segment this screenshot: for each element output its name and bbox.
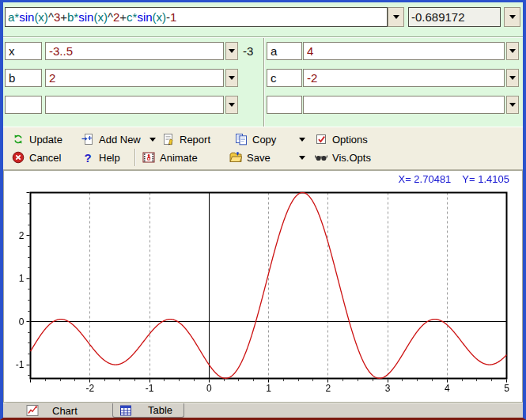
formula-input[interactable]: a*sin(x)^3+b*sin(x)^2+c*sin(x)-1 bbox=[5, 7, 388, 27]
toolbar: Update Add New Report bbox=[3, 127, 523, 170]
options-label: Options bbox=[332, 134, 368, 146]
chart-canvas[interactable] bbox=[4, 171, 522, 402]
report-label: Report bbox=[180, 134, 210, 146]
tab-table-label: Table bbox=[148, 404, 172, 416]
copy-label: Copy bbox=[252, 134, 276, 146]
formula-dropdown-button[interactable] bbox=[388, 7, 404, 27]
param-b-dropdown-button[interactable] bbox=[225, 69, 238, 87]
param-value-empty-left[interactable] bbox=[45, 96, 224, 114]
param-value-c[interactable] bbox=[303, 69, 505, 87]
cursor-readout: X= 2.70481Y= 1.4105 bbox=[398, 173, 509, 185]
column-divider bbox=[263, 38, 265, 127]
param-empty-left-dropdown-button[interactable] bbox=[225, 96, 238, 114]
chart-tab-icon bbox=[26, 404, 39, 417]
cancel-label: Cancel bbox=[29, 152, 61, 164]
param-value-x[interactable] bbox=[45, 42, 224, 60]
dropdown-arrow-icon bbox=[509, 49, 516, 53]
param-x-dropdown-button[interactable] bbox=[225, 42, 238, 60]
tab-table[interactable]: Table bbox=[112, 403, 184, 418]
param-name-c[interactable] bbox=[267, 69, 302, 87]
help-icon: ? bbox=[81, 151, 94, 165]
report-button[interactable]: Report bbox=[162, 131, 210, 147]
report-icon bbox=[162, 133, 175, 146]
dropdown-arrow-icon bbox=[509, 15, 516, 19]
animate-button[interactable]: Animate bbox=[142, 149, 198, 165]
options-icon bbox=[315, 133, 327, 146]
table-tab-icon bbox=[119, 404, 132, 417]
update-label: Update bbox=[29, 134, 62, 146]
animate-label: Animate bbox=[160, 152, 198, 164]
dropdown-arrow-icon bbox=[393, 15, 399, 19]
formula-parameter-panel: a*sin(x)^3+b*sin(x)^2+c*sin(x)-1 -0.6891… bbox=[3, 2, 523, 127]
dropdown-arrow-icon bbox=[149, 138, 156, 142]
param-value-a[interactable] bbox=[303, 42, 505, 60]
toolbar-separator bbox=[134, 149, 136, 166]
param-name-x[interactable] bbox=[5, 42, 42, 60]
dropdown-arrow-icon bbox=[229, 103, 235, 107]
add-new-dropdown-arrow[interactable] bbox=[148, 131, 157, 147]
vis-opts-icon bbox=[315, 151, 327, 164]
app-window: a*sin(x)^3+b*sin(x)^2+c*sin(x)-1 -0.6891… bbox=[0, 0, 526, 420]
save-label: Save bbox=[247, 152, 271, 164]
save-icon bbox=[229, 151, 242, 164]
update-icon bbox=[12, 133, 25, 146]
help-label: Help bbox=[99, 152, 120, 164]
result-dropdown-button[interactable] bbox=[504, 7, 520, 27]
vis-opts-label: Vis.Opts bbox=[332, 152, 371, 164]
copy-dropdown-arrow[interactable] bbox=[297, 131, 307, 147]
cancel-icon bbox=[12, 151, 25, 164]
dropdown-arrow-icon bbox=[299, 138, 305, 142]
cancel-button[interactable]: Cancel bbox=[12, 149, 61, 165]
add-new-icon bbox=[81, 133, 94, 146]
dropdown-arrow-icon bbox=[509, 103, 516, 107]
tab-chart-label: Chart bbox=[52, 405, 78, 417]
param-a-dropdown-button[interactable] bbox=[506, 42, 519, 60]
param-name-empty-left[interactable] bbox=[5, 96, 42, 114]
help-button[interactable]: ? Help bbox=[81, 149, 120, 165]
param-name-b[interactable] bbox=[5, 69, 42, 87]
param-c-dropdown-button[interactable] bbox=[506, 69, 519, 87]
options-button[interactable]: Options bbox=[315, 131, 368, 147]
cursor-y-readout: Y= 1.4105 bbox=[462, 173, 509, 185]
update-button[interactable]: Update bbox=[12, 131, 62, 147]
param-x-current-value: -3 bbox=[243, 42, 253, 60]
add-new-label: Add New bbox=[99, 134, 141, 146]
tab-bar: Chart Table bbox=[3, 403, 523, 418]
dropdown-arrow-icon bbox=[299, 156, 305, 160]
param-name-a[interactable] bbox=[267, 42, 302, 60]
result-value: -0.689172 bbox=[408, 7, 501, 27]
save-dropdown-arrow[interactable] bbox=[297, 149, 307, 165]
param-value-empty-right[interactable] bbox=[303, 96, 505, 114]
dropdown-arrow-icon bbox=[229, 76, 235, 80]
copy-icon bbox=[235, 133, 248, 146]
param-value-b[interactable] bbox=[45, 69, 224, 87]
dropdown-arrow-icon bbox=[229, 49, 235, 53]
animate-icon bbox=[142, 151, 155, 164]
add-new-button[interactable]: Add New bbox=[81, 131, 141, 147]
param-name-empty-right[interactable] bbox=[267, 96, 302, 114]
vis-opts-button[interactable]: Vis.Opts bbox=[315, 149, 371, 165]
save-button[interactable]: Save bbox=[229, 149, 271, 165]
chart-panel: X= 2.70481Y= 1.4105 bbox=[3, 170, 523, 403]
param-empty-right-dropdown-button[interactable] bbox=[506, 96, 519, 114]
cursor-x-readout: X= 2.70481 bbox=[398, 173, 451, 185]
copy-button[interactable]: Copy bbox=[235, 131, 276, 147]
dropdown-arrow-icon bbox=[509, 76, 516, 80]
